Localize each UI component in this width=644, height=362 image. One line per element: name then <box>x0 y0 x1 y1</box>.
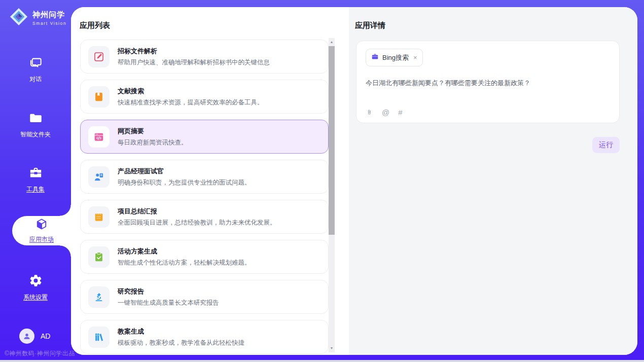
app-item-description: 一键智能生成高质量长文本研究报告 <box>118 299 219 307</box>
app-item-text: 项目总结汇报全面回顾项目进展，总结经验教训，助力未来优化发展。 <box>118 207 276 227</box>
brand-subtitle: Smart Vision <box>32 21 66 26</box>
sidebar-item-label: 系统设置 <box>23 293 48 302</box>
report-note-icon <box>88 206 110 228</box>
app-item-name: 教案生成 <box>118 327 244 336</box>
run-button[interactable]: 运行 <box>592 137 620 153</box>
active-tab-curve <box>60 245 71 257</box>
hash-icon[interactable]: # <box>398 108 402 116</box>
app-item-text: 研究报告一键智能生成高质量长文本研究报告 <box>118 287 219 307</box>
tool-tag-label: Bing搜索 <box>382 53 409 62</box>
folder-icon <box>29 111 43 127</box>
app-item-description: 每日政府新闻资讯快查。 <box>118 138 188 147</box>
browser-code-icon <box>88 126 110 148</box>
app-item-name: 招标文件解析 <box>118 47 270 56</box>
sidebar-item-settings[interactable]: 系统设置 <box>0 274 71 302</box>
sidebar-item-chat[interactable]: 对话 <box>0 56 71 84</box>
paperclip-icon[interactable] <box>366 108 373 116</box>
interviewer-icon <box>88 166 110 188</box>
app-list-item-2[interactable]: 文献搜索快速精准查找学术资源，提高研究效率的必备工具。 <box>80 80 329 114</box>
app-list-item-8[interactable]: 教案生成模板驱动，教案秒成，教学准备从此轻松快捷 <box>80 320 329 354</box>
scroll-down-icon[interactable]: ▼ <box>329 345 335 352</box>
app-item-name: 项目总结汇报 <box>118 207 276 216</box>
app-list-panel: 应用列表 招标文件解析帮助用户快速、准确地理解和解析招标书中的关键信息文献搜索快… <box>71 7 349 355</box>
scroll-up-icon[interactable]: ▲ <box>329 39 335 46</box>
cube-icon <box>35 218 48 233</box>
avatar <box>19 329 34 344</box>
app-item-description: 模板驱动，教案秒成，教学准备从此轻松快捷 <box>118 339 244 347</box>
brand-name: 神州问学 <box>32 10 66 20</box>
sidebar-item-label: 工具集 <box>26 185 45 194</box>
book-icon <box>88 86 110 107</box>
app-item-name: 产品经理面试官 <box>118 167 251 176</box>
app-item-description: 快速精准查找学术资源，提高研究效率的必备工具。 <box>118 98 264 107</box>
briefcase-icon <box>371 53 379 62</box>
app-item-text: 教案生成模板驱动，教案秒成，教学准备从此轻松快捷 <box>118 327 244 347</box>
microscope-icon <box>88 286 110 308</box>
app-item-name: 研究报告 <box>118 287 219 296</box>
app-item-description: 全面回顾项目进展，总结经验教训，助力未来优化发展。 <box>118 219 276 227</box>
app-logo: 神州问学 Smart Vision <box>9 7 66 28</box>
tag-close-icon[interactable]: × <box>413 54 417 61</box>
app-list-item-3[interactable]: 网页摘要每日政府新闻资讯快查。 <box>80 120 329 154</box>
sidebar-item-label: 智能文件夹 <box>20 130 51 139</box>
app-item-text: 招标文件解析帮助用户快速、准确地理解和解析招标书中的关键信息 <box>118 47 270 67</box>
scrollbar-thumb[interactable] <box>329 46 335 235</box>
app-item-name: 网页摘要 <box>118 127 188 136</box>
sidebar: 神州问学 Smart Vision 对话智能文件夹工具集应用市场系统设置 AD … <box>0 0 71 362</box>
app-item-name: 活动方案生成 <box>118 247 251 256</box>
copyright-footer: ©神州数码·神州问学出品 <box>5 349 75 358</box>
books-icon <box>88 327 110 348</box>
toolbox-icon <box>29 166 43 182</box>
user-row[interactable]: AD <box>19 329 50 344</box>
at-icon[interactable]: @ <box>382 108 389 116</box>
app-item-text: 网页摘要每日政府新闻资讯快查。 <box>118 127 188 147</box>
app-item-name: 文献搜索 <box>118 87 264 96</box>
app-detail-title: 应用详情 <box>355 21 385 30</box>
app-item-text: 活动方案生成智能生成个性化活动方案，轻松解决规划难题。 <box>118 247 251 267</box>
sidebar-item-folders[interactable]: 智能文件夹 <box>0 111 71 139</box>
app-list-item-1[interactable]: 招标文件解析帮助用户快速、准确地理解和解析招标书中的关键信息 <box>80 40 329 74</box>
sidebar-item-label: 对话 <box>29 75 42 84</box>
prompt-card: Bing搜索 × 今日湖北有哪些新闻要点？有哪些需要关注的最新政策？ @# <box>356 41 620 123</box>
sidebar-item-label: 应用市场 <box>29 235 54 244</box>
diamond-logo-icon <box>9 7 28 28</box>
prompt-toolbar: @# <box>366 108 403 116</box>
app-list-title: 应用列表 <box>80 21 110 30</box>
scrollbar[interactable]: ▲ ▼ <box>329 38 335 352</box>
bottom-edge-strip <box>0 360 644 362</box>
app-item-description: 帮助用户快速、准确地理解和解析招标书中的关键信息 <box>118 58 270 67</box>
prompt-text[interactable]: 今日湖北有哪些新闻要点？有哪些需要关注的最新政策？ <box>366 79 610 88</box>
tool-tag-bing[interactable]: Bing搜索 × <box>366 49 423 66</box>
chat-icon <box>29 56 43 71</box>
gear-icon <box>29 274 43 289</box>
app-list: 招标文件解析帮助用户快速、准确地理解和解析招标书中的关键信息文献搜索快速精准查找… <box>80 40 329 355</box>
pen-square-icon <box>88 46 110 67</box>
clipboard-check-icon <box>88 246 110 268</box>
app-list-item-6[interactable]: 活动方案生成智能生成个性化活动方案，轻松解决规划难题。 <box>80 240 329 274</box>
app-item-text: 产品经理面试官明确身份和职责，为您提供专业性的面试问题。 <box>118 167 251 187</box>
sidebar-item-market[interactable]: 应用市场 <box>12 216 71 245</box>
active-tab-curve <box>60 205 71 216</box>
app-item-text: 文献搜索快速精准查找学术资源，提高研究效率的必备工具。 <box>118 87 264 107</box>
app-item-description: 明确身份和职责，为您提供专业性的面试问题。 <box>118 178 251 187</box>
app-detail-panel: 应用详情 Bing搜索 × 今日湖北有哪些新闻要点？有哪些需要关注的最新政策？ … <box>349 7 637 355</box>
app-list-item-5[interactable]: 项目总结汇报全面回顾项目进展，总结经验教训，助力未来优化发展。 <box>80 200 329 234</box>
content-card: 应用列表 招标文件解析帮助用户快速、准确地理解和解析招标书中的关键信息文献搜索快… <box>71 7 637 355</box>
sidebar-item-tools[interactable]: 工具集 <box>0 166 71 194</box>
user-name: AD <box>41 332 50 340</box>
app-item-description: 智能生成个性化活动方案，轻松解决规划难题。 <box>118 259 251 267</box>
app-list-item-7[interactable]: 研究报告一键智能生成高质量长文本研究报告 <box>80 280 329 314</box>
app-list-item-4[interactable]: 产品经理面试官明确身份和职责，为您提供专业性的面试问题。 <box>80 160 329 194</box>
